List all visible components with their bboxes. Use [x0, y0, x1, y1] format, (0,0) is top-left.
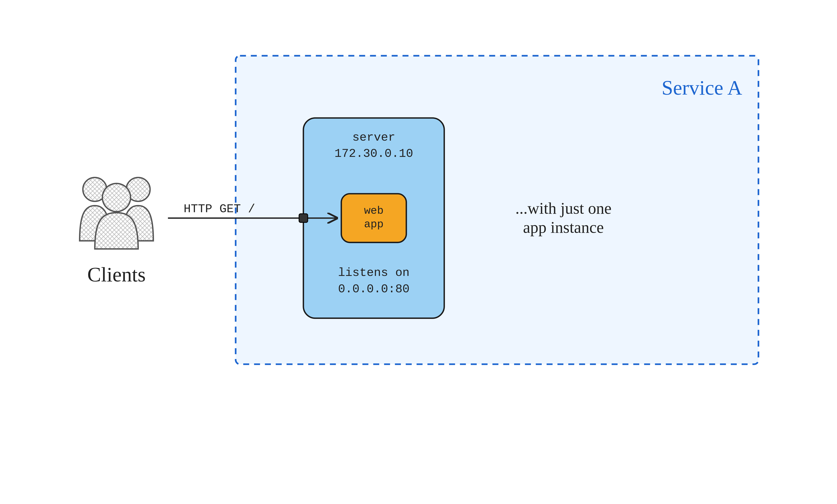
- webapp-line2: app: [364, 218, 384, 230]
- http-request-label: HTTP GET /: [184, 202, 255, 216]
- webapp-line1: web: [364, 205, 384, 217]
- svg-point-3: [103, 183, 130, 211]
- server-ip: 172.30.0.10: [335, 147, 413, 161]
- service-title: Service A: [662, 76, 742, 99]
- clients-icon: [80, 178, 153, 249]
- note-line-1: ...with just one: [515, 199, 611, 217]
- server-listens-line1: listens on: [338, 266, 409, 279]
- server-title: server: [352, 131, 395, 144]
- port-connector-icon: [299, 214, 308, 222]
- webapp-box: [341, 194, 406, 242]
- note-line-2: app instance: [523, 218, 604, 236]
- server-listens-line2: 0.0.0.0:80: [338, 282, 409, 296]
- clients-label: Clients: [87, 263, 146, 286]
- diagram-canvas: Service A ...with just one app instance …: [0, 0, 837, 409]
